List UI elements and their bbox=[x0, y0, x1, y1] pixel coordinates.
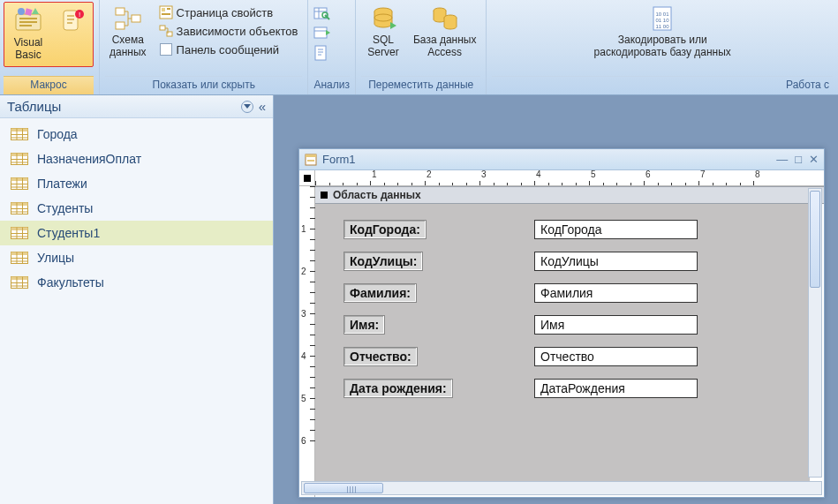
field-textbox[interactable]: КодГорода bbox=[534, 220, 698, 239]
property-page-label: Страница свойств bbox=[177, 6, 274, 19]
svg-text:11 00: 11 00 bbox=[656, 24, 670, 29]
svg-rect-1 bbox=[19, 18, 37, 19]
visual-basic-icon bbox=[14, 7, 42, 35]
table-icon bbox=[11, 276, 28, 289]
nav-table-label: Улицы bbox=[37, 251, 74, 265]
horizontal-ruler[interactable]: 12345678 bbox=[315, 170, 824, 185]
svg-rect-22 bbox=[314, 27, 327, 38]
svg-rect-3 bbox=[19, 25, 32, 26]
close-button[interactable]: ✕ bbox=[809, 153, 819, 166]
detail-section-canvas[interactable]: КодГорода:КодГородаКодУлицы:КодУлицыФами… bbox=[315, 204, 810, 486]
form-designer-window: Form1 — □ ✕ 12345678 123456 bbox=[298, 148, 825, 498]
nav-table-item[interactable]: Студенты1 bbox=[0, 221, 273, 245]
nav-table-item[interactable]: Платежи bbox=[0, 171, 273, 196]
svg-rect-50 bbox=[306, 154, 316, 157]
maximize-button[interactable]: □ bbox=[795, 153, 802, 166]
nav-table-item[interactable]: Студенты bbox=[0, 196, 273, 221]
nav-table-label: Студенты bbox=[37, 201, 93, 215]
field-textbox[interactable]: ДатаРождения bbox=[534, 379, 698, 398]
ribbon-group-macro-label: Макрос bbox=[4, 76, 94, 94]
svg-rect-12 bbox=[132, 15, 140, 22]
ribbon: Visual Basic ! Макрос Схема данных bbox=[0, 0, 838, 95]
nav-table-list: ГородаНазначенияОплатПлатежиСтудентыСтуд… bbox=[0, 118, 273, 298]
message-panel-label: Панель сообщений bbox=[177, 43, 280, 56]
svg-rect-40 bbox=[11, 178, 28, 182]
nav-table-item[interactable]: Города bbox=[0, 122, 273, 147]
svg-rect-44 bbox=[11, 228, 28, 231]
field-label[interactable]: Дата рождения: bbox=[344, 379, 453, 398]
visual-basic-button[interactable]: Visual Basic bbox=[6, 4, 50, 64]
svg-rect-46 bbox=[11, 252, 28, 256]
schema-label: Схема данных bbox=[109, 34, 147, 59]
field-label[interactable]: КодУлицы: bbox=[344, 252, 423, 271]
nav-table-item[interactable]: Улицы bbox=[0, 245, 273, 270]
field-textbox[interactable]: Имя bbox=[534, 315, 698, 335]
nav-table-label: Города bbox=[37, 127, 78, 141]
vertical-ruler[interactable]: 123456 bbox=[299, 186, 315, 497]
workspace: Form1 — □ ✕ 12345678 123456 bbox=[274, 95, 838, 504]
analyze-perf-icon[interactable] bbox=[313, 25, 331, 42]
field-textbox[interactable]: Фамилия bbox=[534, 283, 698, 303]
form-title-bar[interactable]: Form1 — □ ✕ bbox=[299, 149, 824, 170]
nav-table-item[interactable]: Факультеты bbox=[0, 270, 273, 295]
field-textbox[interactable]: Отчество bbox=[534, 347, 698, 366]
property-page-button[interactable]: Страница свойств bbox=[155, 4, 303, 21]
dropdown-icon[interactable] bbox=[241, 101, 253, 113]
svg-rect-48 bbox=[11, 277, 28, 281]
collapse-icon[interactable]: « bbox=[259, 99, 266, 114]
detail-section-header[interactable]: Область данных bbox=[315, 186, 824, 204]
binary-doc-icon: 10 0101 1011 00 bbox=[648, 4, 676, 33]
dependencies-button[interactable]: Зависимости объектов bbox=[155, 22, 303, 40]
vertical-scrollbar[interactable] bbox=[808, 188, 822, 478]
horizontal-scrollbar[interactable] bbox=[301, 481, 822, 495]
svg-rect-17 bbox=[160, 26, 165, 30]
schema-button[interactable]: Схема данных bbox=[105, 2, 151, 62]
svg-rect-20 bbox=[314, 8, 327, 19]
svg-marker-34 bbox=[244, 104, 251, 109]
svg-marker-6 bbox=[32, 8, 39, 14]
ribbon-group-macro: Visual Basic ! Макрос bbox=[0, 0, 99, 94]
macro-highlight: Visual Basic ! bbox=[4, 2, 94, 67]
field-label[interactable]: Фамилия: bbox=[344, 283, 417, 303]
ribbon-group-analyze-label: Анализ bbox=[313, 76, 350, 94]
property-page-icon bbox=[159, 5, 173, 19]
table-icon bbox=[11, 202, 28, 214]
svg-rect-2 bbox=[19, 21, 37, 23]
encode-decode-label: Закодировать или раскодировать базу данн… bbox=[594, 34, 731, 59]
macro-run-button[interactable]: ! bbox=[54, 4, 91, 64]
visual-basic-label: Visual Basic bbox=[14, 37, 42, 62]
nav-table-item[interactable]: НазначенияОплат bbox=[0, 147, 273, 171]
analyze-table-icon[interactable] bbox=[313, 5, 331, 23]
svg-marker-27 bbox=[390, 22, 396, 29]
table-icon bbox=[11, 153, 28, 165]
sql-server-button[interactable]: SQL Server bbox=[361, 2, 405, 62]
access-db-label: База данных Access bbox=[413, 34, 476, 59]
message-panel-button[interactable]: Панель сообщений bbox=[155, 41, 303, 58]
encode-decode-button[interactable]: 10 0101 1011 00 Закодировать или раскоди… bbox=[578, 2, 746, 62]
field-textbox[interactable]: КодУлицы bbox=[534, 252, 698, 271]
svg-text:01 10: 01 10 bbox=[656, 18, 670, 23]
svg-rect-14 bbox=[162, 8, 165, 11]
access-db-button[interactable]: База данных Access bbox=[409, 2, 480, 62]
analyze-doc-icon[interactable] bbox=[313, 44, 331, 62]
detail-section-title: Область данных bbox=[333, 189, 421, 201]
minimize-button[interactable]: — bbox=[776, 153, 788, 166]
ruler-corner[interactable] bbox=[299, 170, 315, 185]
access-db-icon bbox=[431, 4, 459, 33]
field-label[interactable]: Имя: bbox=[344, 315, 385, 335]
table-icon bbox=[11, 177, 28, 190]
svg-rect-10 bbox=[116, 8, 125, 15]
svg-rect-36 bbox=[11, 129, 28, 132]
svg-text:!: ! bbox=[79, 11, 80, 19]
svg-marker-23 bbox=[326, 30, 330, 35]
table-icon bbox=[11, 252, 28, 264]
svg-rect-51 bbox=[307, 160, 314, 162]
svg-point-4 bbox=[18, 8, 25, 15]
nav-header[interactable]: Таблицы « bbox=[0, 95, 273, 118]
dependencies-icon bbox=[159, 24, 173, 38]
sql-server-icon bbox=[369, 4, 397, 33]
svg-rect-42 bbox=[11, 203, 28, 207]
field-label[interactable]: Отчество: bbox=[344, 347, 418, 366]
svg-rect-16 bbox=[162, 13, 170, 15]
field-label[interactable]: КодГорода: bbox=[344, 220, 427, 239]
